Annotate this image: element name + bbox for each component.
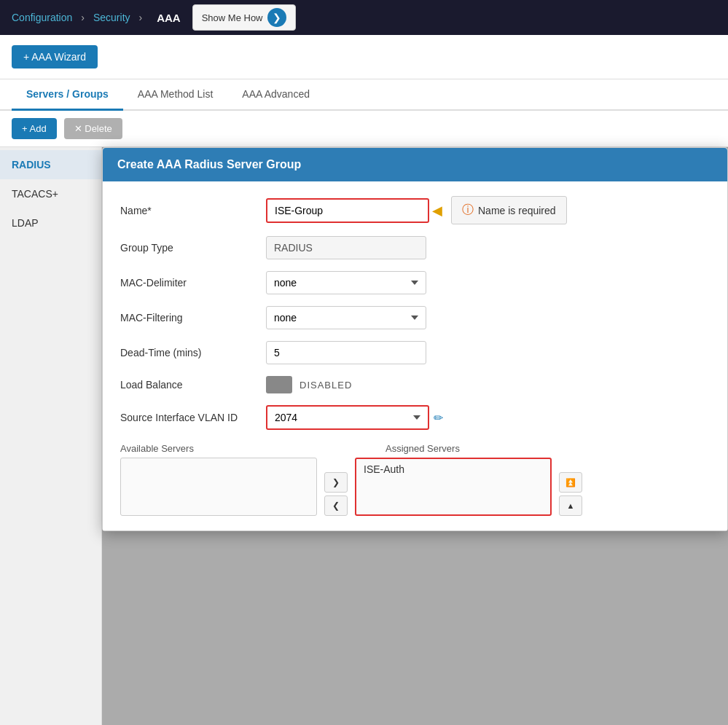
content-layout: RADIUS TACACS+ LDAP Servers Server Group… xyxy=(0,147,728,725)
delete-button[interactable]: ✕ Delete xyxy=(64,118,122,139)
sidebar: RADIUS TACACS+ LDAP xyxy=(0,147,102,725)
assigned-servers-label: Assigned Servers xyxy=(385,443,460,454)
transfer-left-button[interactable]: ❮ xyxy=(324,495,348,516)
show-me-arrow-icon: ❯ xyxy=(267,8,286,27)
modal-header: Create AAA Radius Server Group xyxy=(103,148,727,181)
dead-time-label: Dead-Time (mins) xyxy=(120,347,266,358)
show-me-how-button[interactable]: Show Me How ❯ xyxy=(192,4,296,31)
dead-time-input[interactable] xyxy=(266,341,426,364)
sort-top-button[interactable]: ⏫ xyxy=(559,472,582,493)
sidebar-item-ldap[interactable]: LDAP xyxy=(0,208,101,238)
sort-buttons: ⏫ ▲ xyxy=(559,472,582,516)
available-servers-label: Available Servers xyxy=(120,443,194,454)
top-navigation: Configuration › Security › AAA Show Me H… xyxy=(0,0,728,35)
toggle-box[interactable] xyxy=(266,376,292,393)
tab-aaa-advanced[interactable]: AAA Advanced xyxy=(227,79,324,111)
mac-filtering-row: MAC-Filtering none enabled xyxy=(120,306,710,329)
show-me-how-label: Show Me How xyxy=(202,12,263,23)
aaa-wizard-button[interactable]: + AAA Wizard xyxy=(12,45,98,68)
nav-configuration[interactable]: Configuration xyxy=(12,12,72,23)
sidebar-item-radius[interactable]: RADIUS xyxy=(0,150,101,179)
name-label: Name* xyxy=(120,205,266,216)
tooltip-arrow-icon: ◀ xyxy=(432,203,442,219)
edit-vlan-icon[interactable]: ✏ xyxy=(434,411,443,425)
transfer-right-button[interactable]: ❯ xyxy=(324,472,348,493)
group-type-value: RADIUS xyxy=(266,236,426,259)
load-balance-toggle[interactable]: DISABLED xyxy=(266,376,352,393)
nav-sep-1: › xyxy=(81,12,85,23)
modal-title: Create AAA Radius Server Group xyxy=(117,158,301,171)
nav-sep-2: › xyxy=(139,12,143,23)
dead-time-row: Dead-Time (mins) xyxy=(120,341,710,364)
servers-section: Available Servers Assigned Servers xyxy=(120,442,710,516)
vlan-label: Source Interface VLAN ID xyxy=(120,412,266,423)
create-server-group-modal: Create AAA Radius Server Group Name* ◀ ⓘ… xyxy=(102,147,728,531)
available-servers-list xyxy=(120,458,317,516)
name-row: Name* ◀ ⓘ Name is required xyxy=(120,196,710,224)
sidebar-item-tacacs[interactable]: TACACS+ xyxy=(0,179,101,208)
transfer-buttons: ❯ ❮ xyxy=(324,472,348,516)
error-message: Name is required xyxy=(478,205,556,216)
tab-aaa-method-list[interactable]: AAA Method List xyxy=(123,79,228,111)
vlan-row: Source Interface VLAN ID 2074 2075 2076 … xyxy=(120,405,710,430)
mac-filtering-select[interactable]: none enabled xyxy=(266,306,426,329)
group-type-label: Group Type xyxy=(120,242,266,254)
load-balance-label: Load Balance xyxy=(120,379,266,391)
mac-delimiter-row: MAC-Delimiter none colon hyphen dot xyxy=(120,271,710,294)
sort-up-button[interactable]: ▲ xyxy=(559,495,582,516)
name-input-wrapper xyxy=(266,198,429,223)
name-input[interactable] xyxy=(267,200,428,222)
nav-security[interactable]: Security xyxy=(93,12,130,23)
modal-overlay: Create AAA Radius Server Group Name* ◀ ⓘ… xyxy=(102,147,728,725)
mac-delimiter-select[interactable]: none colon hyphen dot xyxy=(266,271,426,294)
action-bar: + Add ✕ Delete xyxy=(0,111,728,147)
panel-area: Servers Server Groups Create AAA Radius … xyxy=(102,147,728,725)
nav-aaa: AAA xyxy=(157,12,181,24)
main-tab-bar: Servers / Groups AAA Method List AAA Adv… xyxy=(0,79,728,111)
assigned-servers-list: ISE-Auth xyxy=(355,458,552,516)
group-type-row: Group Type RADIUS xyxy=(120,236,710,259)
load-balance-row: Load Balance DISABLED xyxy=(120,376,710,393)
modal-body: Name* ◀ ⓘ Name is required Group Type xyxy=(103,181,727,530)
assigned-server-item[interactable]: ISE-Auth xyxy=(356,459,550,479)
vlan-select-wrapper: 2074 2075 2076 xyxy=(266,405,429,430)
toggle-label: DISABLED xyxy=(300,380,352,391)
mac-delimiter-label: MAC-Delimiter xyxy=(120,277,266,289)
vlan-select[interactable]: 2074 2075 2076 xyxy=(267,407,428,428)
error-tooltip: ⓘ Name is required xyxy=(451,196,567,224)
tab-servers-groups[interactable]: Servers / Groups xyxy=(12,79,123,111)
wizard-bar: + AAA Wizard xyxy=(0,35,728,79)
mac-filtering-label: MAC-Filtering xyxy=(120,312,266,324)
error-icon: ⓘ xyxy=(462,203,474,218)
add-button[interactable]: + Add xyxy=(12,118,57,139)
